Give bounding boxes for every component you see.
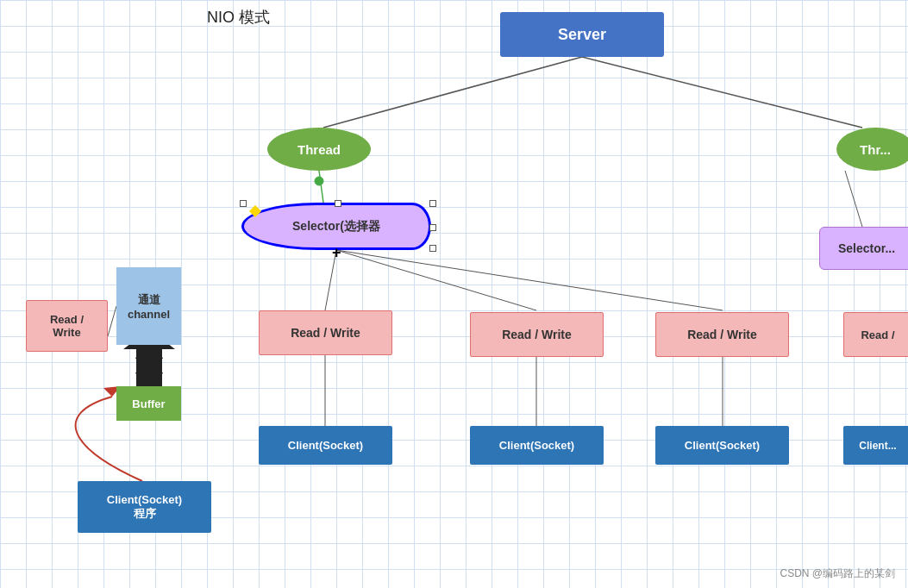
handle-tl — [240, 200, 247, 207]
handle-tm — [335, 200, 341, 207]
thread-node: Thread — [267, 128, 371, 171]
client3-node: Client(Socket) — [655, 426, 789, 465]
thread-right-label: Thr... — [860, 142, 891, 157]
server-node: Server — [500, 12, 664, 57]
title-label: NIO 模式 — [207, 7, 270, 28]
selector-node: Selector(选择器 — [241, 203, 431, 250]
client3-label: Client(Socket) — [685, 439, 760, 452]
channel-label: 通道 channel — [128, 292, 170, 321]
rw4-node: Read / — [843, 312, 908, 357]
thread-right-node: Thr... — [836, 128, 908, 171]
buffer-label: Buffer — [132, 397, 165, 410]
server-label: Server — [558, 26, 606, 44]
rw2-label: Read / Write — [502, 328, 572, 341]
rw-left-node: Read / Write — [26, 300, 108, 352]
diagram-title: NIO 模式 — [207, 7, 270, 28]
client1-node: Client(Socket) — [259, 426, 392, 465]
rw1-node: Read / Write — [259, 310, 392, 355]
thread-label: Thread — [297, 142, 341, 157]
channel-node: 通道 channel — [116, 267, 181, 345]
handle-br — [429, 245, 436, 252]
rw2-node: Read / Write — [470, 312, 604, 357]
rw3-node: Read / Write — [655, 312, 789, 357]
selector-right-node: Selector... — [819, 227, 908, 270]
client1-label: Client(Socket) — [288, 439, 363, 452]
buffer-node: Buffer — [116, 386, 181, 421]
client2-node: Client(Socket) — [470, 426, 604, 465]
rw4-label: Read / — [861, 328, 894, 341]
client2-label: Client(Socket) — [499, 439, 574, 452]
selector-plus: + — [332, 244, 341, 262]
rw-left-label: Read / Write — [50, 313, 84, 339]
selector-label: Selector(选择器 — [292, 219, 380, 235]
client4-label: Client... — [859, 440, 896, 452]
handle-tr — [429, 200, 436, 207]
client-prog-label: Client(Socket) 程序 — [107, 493, 182, 522]
rw1-label: Read / Write — [291, 326, 360, 340]
selector-right-label: Selector... — [838, 241, 895, 255]
rw3-label: Read / Write — [687, 328, 757, 341]
watermark: CSDN @编码路上的某剑 — [780, 566, 895, 581]
handle-mr — [429, 224, 436, 231]
client4-node: Client... — [843, 426, 908, 465]
client-prog-node: Client(Socket) 程序 — [78, 481, 211, 533]
